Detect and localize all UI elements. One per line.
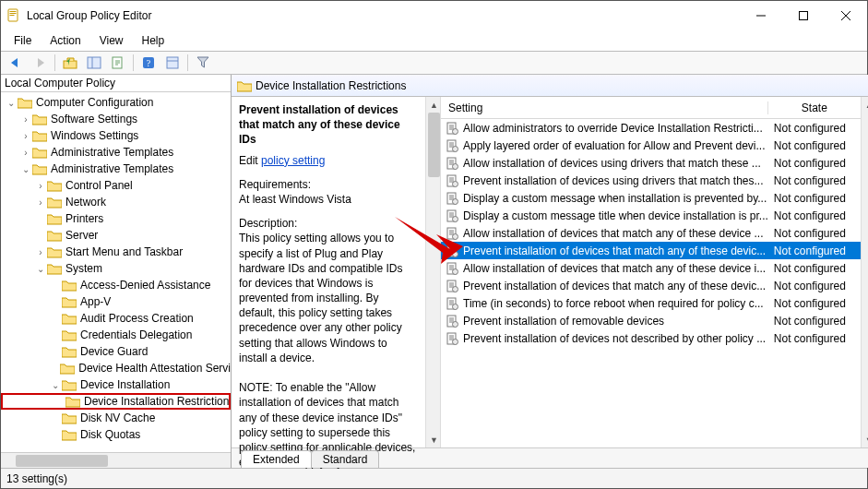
tree-label: App-V [80, 295, 111, 308]
setting-state: Not configured [768, 244, 861, 257]
svg-point-25 [453, 146, 458, 151]
tree-item[interactable]: ›Control Panel [1, 177, 231, 194]
menu-help[interactable]: Help [135, 33, 172, 48]
filter-button[interactable] [192, 53, 214, 73]
svg-point-45 [453, 216, 458, 221]
edit-label: Edit [239, 154, 261, 167]
setting-state: Not configured [768, 209, 861, 222]
tree-item[interactable]: Disk Quotas [1, 426, 231, 443]
settings-row[interactable]: Allow installation of devices that match… [441, 259, 861, 277]
tree-item[interactable]: Disk NV Cache [1, 410, 231, 426]
tab-extended[interactable]: Extended [241, 450, 312, 468]
close-button[interactable] [825, 1, 867, 30]
setting-name: Prevent installation of devices using dr… [463, 174, 768, 187]
tree-item[interactable]: ›Software Settings [1, 111, 231, 127]
tree-item[interactable]: ›Start Menu and Taskbar [1, 244, 231, 260]
tree-item[interactable]: ›Network [1, 194, 231, 210]
chevron-right-icon[interactable]: › [34, 197, 47, 208]
status-text: 13 setting(s) [6, 472, 67, 485]
tree-item[interactable]: Device Guard [1, 343, 231, 360]
tree-item[interactable]: Server [1, 227, 231, 244]
tree-item[interactable]: ⌄Device Installation [1, 376, 231, 393]
chevron-right-icon[interactable]: › [19, 131, 32, 141]
settings-row[interactable]: Prevent installation of devices not desc… [441, 329, 861, 347]
menubar: File Action View Help [1, 30, 867, 51]
chevron-down-icon[interactable]: ⌄ [34, 264, 47, 274]
svg-rect-5 [800, 12, 808, 20]
settings-row[interactable]: Time (in seconds) to force reboot when r… [441, 294, 861, 312]
chevron-down-icon[interactable]: ⌄ [49, 380, 62, 390]
settings-row[interactable]: Apply layered order of evaluation for Al… [441, 137, 861, 154]
svg-point-70 [453, 304, 458, 309]
svg-point-60 [453, 268, 458, 274]
folder-icon [62, 411, 77, 424]
menu-file[interactable]: File [6, 33, 39, 48]
settings-row[interactable]: Allow administrators to override Device … [441, 119, 861, 137]
tree-label: Disk NV Cache [80, 411, 155, 424]
settings-row[interactable]: Allow installation of devices that match… [441, 224, 861, 242]
folder-icon [18, 96, 32, 109]
tree-horizontal-scrollbar[interactable] [1, 452, 231, 468]
folder-icon [62, 279, 77, 292]
tree-item[interactable]: Audit Process Creation [1, 310, 231, 327]
policy-icon [445, 138, 459, 153]
help-button[interactable]: ? [137, 53, 160, 73]
requirements-head: Requirements: [239, 177, 418, 192]
list-scrollbar[interactable]: ▲ ▼ [861, 97, 868, 447]
col-state[interactable]: State [768, 101, 861, 114]
chevron-right-icon[interactable]: › [19, 114, 32, 125]
back-button[interactable] [5, 53, 27, 73]
chevron-right-icon[interactable]: › [34, 181, 47, 191]
policy-icon [445, 121, 459, 136]
setting-state: Not configured [768, 174, 861, 187]
maximize-button[interactable] [782, 1, 825, 30]
col-setting[interactable]: Setting [441, 101, 768, 114]
tree-item[interactable]: Device Health Attestation Servi [1, 360, 231, 376]
policy-icon [445, 191, 459, 206]
tree-item[interactable]: ⌄System [1, 260, 231, 277]
chevron-right-icon[interactable]: › [19, 148, 32, 158]
menu-view[interactable]: View [92, 33, 131, 48]
description-head: Description: [239, 216, 418, 231]
properties-button[interactable] [161, 53, 184, 73]
menu-action[interactable]: Action [42, 33, 88, 48]
tree-item[interactable]: ⌄Administrative Templates [1, 161, 231, 177]
list-header[interactable]: Setting State [441, 97, 861, 119]
svg-rect-3 [10, 15, 15, 16]
tree-item[interactable]: App-V [1, 293, 231, 310]
minimize-button[interactable] [740, 1, 782, 30]
tree-item[interactable]: Device Installation Restrictions [1, 393, 231, 410]
description-scrollbar[interactable]: ▲ ▼ [425, 97, 441, 447]
setting-name: Prevent installation of devices that mat… [463, 244, 768, 257]
svg-point-40 [453, 198, 458, 204]
up-button[interactable] [59, 53, 81, 73]
tree-item[interactable]: Credentials Delegation [1, 327, 231, 343]
svg-rect-2 [10, 13, 17, 14]
settings-row[interactable]: Prevent installation of devices using dr… [441, 172, 861, 189]
tree[interactable]: ⌄Computer Configuration›Software Setting… [1, 92, 231, 452]
settings-row[interactable]: Prevent installation of devices that mat… [441, 242, 861, 259]
export-list-button[interactable] [107, 53, 129, 73]
settings-row[interactable]: Prevent installation of removable device… [441, 312, 861, 329]
settings-row[interactable]: Allow installation of devices using driv… [441, 154, 861, 172]
tree-item[interactable]: ⌄Computer Configuration [1, 94, 231, 111]
tree-item[interactable]: ›Windows Settings [1, 127, 231, 144]
forward-button[interactable] [29, 53, 51, 73]
settings-row[interactable]: Display a custom message title when devi… [441, 207, 861, 224]
tree-item[interactable]: Access-Denied Assistance [1, 277, 231, 293]
settings-list[interactable]: Allow administrators to override Device … [441, 119, 861, 447]
policy-icon [445, 173, 459, 188]
tree-item[interactable]: Printers [1, 210, 231, 227]
edit-policy-link[interactable]: policy setting [261, 154, 325, 167]
settings-row[interactable]: Prevent installation of devices that mat… [441, 277, 861, 294]
chevron-down-icon[interactable]: ⌄ [5, 98, 18, 108]
settings-row[interactable]: Display a custom message when installati… [441, 189, 861, 207]
setting-name: Allow installation of devices using driv… [463, 157, 768, 170]
show-hide-tree-button[interactable] [83, 53, 105, 73]
chevron-down-icon[interactable]: ⌄ [19, 164, 32, 174]
policy-icon [445, 209, 459, 223]
chevron-right-icon[interactable]: › [34, 247, 47, 257]
tree-item[interactable]: ›Administrative Templates [1, 144, 231, 161]
view-tabs: Extended Standard [232, 447, 868, 468]
tab-standard[interactable]: Standard [311, 450, 380, 468]
